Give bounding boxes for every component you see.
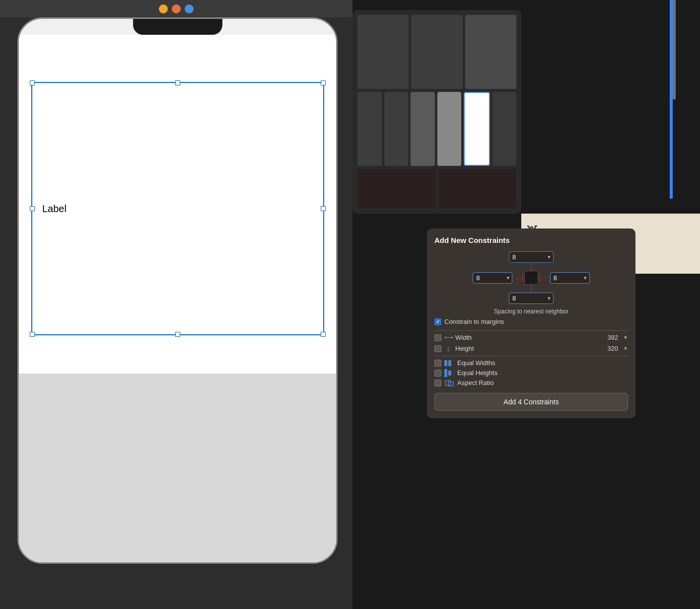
thumb-2[interactable] bbox=[411, 15, 462, 89]
equal-heights-row: Equal Heights bbox=[434, 369, 628, 377]
aspect-ratio-checkbox[interactable] bbox=[434, 380, 441, 386]
height-label: Height bbox=[455, 345, 604, 352]
add-constraints-button[interactable]: Add 4 Constraints bbox=[434, 393, 628, 411]
thumb-11[interactable] bbox=[438, 169, 517, 209]
spacing-right-chevron: ▼ bbox=[583, 275, 588, 281]
divider-1 bbox=[434, 330, 628, 331]
spacing-top-chevron: ▼ bbox=[547, 254, 552, 260]
spacing-bottom-row: ▼ bbox=[509, 293, 554, 304]
width-checkbox[interactable] bbox=[434, 334, 441, 341]
spacing-right-wrapper: ▼ bbox=[550, 272, 590, 284]
spacing-middle-row: ▼ ←| |→ ▼ bbox=[473, 271, 589, 285]
spacing-top-row: ▼ bbox=[509, 251, 554, 263]
view-label: Label bbox=[42, 203, 67, 215]
right-panel: ਅ ਡਾਈ ਚੋਦੇ ਹ Add New Constraints ▼ | ▼ bbox=[352, 0, 700, 609]
aspect-ratio-label: Aspect Ratio bbox=[457, 379, 628, 386]
handle-middle-right[interactable] bbox=[321, 206, 326, 211]
width-row: ⟷ Width 392 ▼ bbox=[434, 334, 628, 341]
width-label: Width bbox=[455, 334, 604, 341]
eq-bar-2 bbox=[448, 360, 451, 366]
constrain-margins-checkbox[interactable]: ✓ bbox=[434, 318, 441, 325]
thumb-1[interactable] bbox=[357, 15, 409, 89]
thumb-9[interactable] bbox=[492, 92, 517, 166]
eq-bar-1 bbox=[444, 360, 447, 366]
height-dropdown[interactable]: ▼ bbox=[623, 346, 628, 351]
thumb-7[interactable] bbox=[437, 92, 462, 166]
equal-heights-icon bbox=[444, 370, 454, 377]
gray-bottom-area bbox=[19, 374, 336, 562]
equal-heights-checkbox[interactable] bbox=[434, 370, 441, 377]
thumb-5[interactable] bbox=[384, 92, 409, 166]
iphone-frame: Label bbox=[17, 17, 338, 564]
spacing-grid: ▼ | ▼ ←| |→ ▼ bbox=[434, 251, 628, 304]
thumb-row-3 bbox=[357, 169, 516, 209]
height-checkbox[interactable] bbox=[434, 345, 441, 352]
toolbar-dot-orange bbox=[172, 4, 181, 13]
spacing-bottom-wrapper: ▼ bbox=[509, 293, 554, 304]
width-dropdown[interactable]: ▼ bbox=[623, 335, 628, 340]
thumb-10[interactable] bbox=[357, 169, 436, 209]
height-value: 320 bbox=[607, 345, 618, 352]
handle-top-left[interactable] bbox=[30, 80, 35, 85]
toolbar-dot-yellow bbox=[159, 4, 168, 13]
center-square bbox=[524, 271, 538, 285]
thumb-3[interactable] bbox=[465, 15, 516, 89]
aspect-ratio-row: Aspect Ratio bbox=[434, 379, 628, 386]
iphone-screen: Label bbox=[19, 35, 336, 562]
equal-widths-icon bbox=[444, 360, 454, 367]
thumb-8-selected[interactable] bbox=[464, 92, 490, 166]
aspect-ratio-icon bbox=[444, 380, 454, 386]
main-canvas: Label bbox=[0, 0, 397, 609]
handle-bottom-center[interactable] bbox=[175, 332, 180, 337]
thumb-4[interactable] bbox=[357, 92, 382, 166]
thumb-6[interactable] bbox=[411, 92, 435, 166]
constraints-panel: Add New Constraints ▼ | ▼ ←| bbox=[427, 228, 635, 418]
equal-widths-label: Equal Widths bbox=[457, 359, 628, 367]
right-arrow: |→ bbox=[539, 274, 548, 282]
iphone-notch bbox=[133, 19, 222, 35]
aspect-icon-svg bbox=[445, 380, 454, 386]
app-switcher bbox=[352, 10, 521, 214]
svg-rect-0 bbox=[445, 381, 450, 385]
spacing-left-wrapper: ▼ bbox=[473, 272, 512, 284]
thumb-row-2 bbox=[357, 92, 516, 166]
red-arrow-bottom: | bbox=[530, 285, 532, 293]
view-container[interactable]: Label bbox=[31, 82, 324, 335]
spacing-left-chevron: ▼ bbox=[505, 275, 510, 281]
handle-middle-left[interactable] bbox=[30, 206, 35, 211]
red-arrow-top: | bbox=[530, 263, 532, 271]
height-row: ↕ Height 320 ▼ bbox=[434, 344, 628, 353]
equal-heights-label: Equal Heights bbox=[457, 369, 628, 377]
width-icon: ⟷ bbox=[444, 334, 452, 341]
handle-top-right[interactable] bbox=[321, 80, 326, 85]
handle-top-center[interactable] bbox=[175, 80, 180, 85]
panel-title: Add New Constraints bbox=[434, 236, 628, 244]
equal-widths-checkbox[interactable] bbox=[434, 360, 441, 367]
toolbar bbox=[0, 0, 352, 17]
eq-height-bar-1 bbox=[444, 369, 447, 377]
handle-bottom-right[interactable] bbox=[321, 332, 326, 337]
width-value: 392 bbox=[607, 334, 618, 341]
center-arrows: ←| |→ bbox=[514, 271, 548, 285]
left-arrow: ←| bbox=[514, 274, 523, 282]
constrain-margins-row: ✓ Constrain to margins bbox=[434, 318, 628, 325]
handle-bottom-left[interactable] bbox=[30, 332, 35, 337]
spacing-bottom-chevron: ▼ bbox=[547, 296, 552, 301]
divider-2 bbox=[434, 356, 628, 356]
spacing-label: Spacing to nearest neighbor bbox=[434, 308, 628, 315]
constrain-margins-label: Constrain to margins bbox=[444, 318, 504, 325]
spacing-top-wrapper: ▼ bbox=[509, 251, 554, 263]
eq-height-bar-2 bbox=[448, 371, 451, 376]
blue-stripe2 bbox=[673, 0, 676, 99]
toolbar-dot-blue bbox=[185, 4, 194, 13]
thumb-row-1 bbox=[357, 15, 516, 89]
equal-widths-row: Equal Widths bbox=[434, 359, 628, 367]
height-icon: ↕ bbox=[444, 344, 452, 353]
checkmark-icon: ✓ bbox=[436, 319, 440, 324]
